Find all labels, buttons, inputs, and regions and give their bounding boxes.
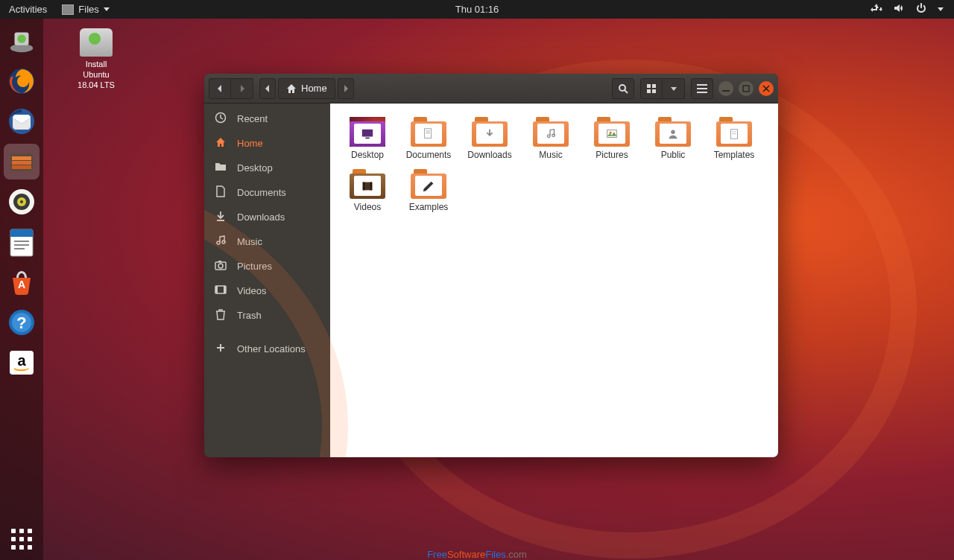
network-icon[interactable] xyxy=(871,2,882,16)
folder-label: Public xyxy=(643,150,703,160)
app-menu-button[interactable]: Files xyxy=(56,4,115,15)
app-menu-label: Files xyxy=(78,4,98,15)
view-options-button[interactable] xyxy=(663,78,685,99)
view-grid-button[interactable] xyxy=(640,78,663,99)
sidebar-item-label: Downloads xyxy=(237,211,285,223)
folder-icon xyxy=(472,117,508,147)
chevron-down-icon xyxy=(104,7,110,11)
back-button[interactable] xyxy=(209,78,231,99)
path-home-button[interactable]: Home xyxy=(278,78,335,99)
folder-pictures[interactable]: Pictures xyxy=(582,114,642,163)
dock-app-help[interactable]: ? xyxy=(4,305,40,340)
folder-videos[interactable]: Videos xyxy=(338,166,397,215)
svg-rect-29 xyxy=(697,84,707,86)
clock-icon xyxy=(215,112,227,126)
hamburger-menu-button[interactable] xyxy=(691,78,713,99)
svg-rect-26 xyxy=(652,84,656,88)
dock: A ? a xyxy=(0,19,43,560)
volume-icon[interactable] xyxy=(893,2,905,16)
clock[interactable]: Thu 01:16 xyxy=(455,4,499,15)
folder-icon xyxy=(350,169,385,199)
folder-examples[interactable]: Examples xyxy=(399,166,458,215)
folder-icon xyxy=(350,117,385,147)
dock-app-firefox[interactable] xyxy=(4,63,40,99)
dock-app-writer[interactable] xyxy=(4,224,40,260)
sidebar-item-label: Documents xyxy=(237,187,286,198)
svg-point-48 xyxy=(671,130,675,133)
sidebar-item-home[interactable]: Home xyxy=(204,131,330,156)
top-panel: Activities Files Thu 01:16 xyxy=(0,0,954,19)
folder-documents[interactable]: Documents xyxy=(399,114,458,163)
files-headerbar: Home xyxy=(204,74,778,104)
activities-button[interactable]: Activities xyxy=(0,4,56,15)
svg-text:a: a xyxy=(17,352,26,369)
desktop-icon-install-ubuntu[interactable]: Install Ubuntu 18.04 LTS xyxy=(70,28,122,90)
home-icon xyxy=(286,83,297,94)
svg-rect-15 xyxy=(14,241,29,242)
home-icon xyxy=(215,136,227,150)
window-maximize-button[interactable] xyxy=(739,81,754,96)
folder-public[interactable]: Public xyxy=(643,114,703,163)
svg-rect-54 xyxy=(370,182,373,190)
installer-icon xyxy=(80,28,113,57)
watermark: FreeSoftwareFiles.com xyxy=(427,549,527,560)
sidebar-item-documents[interactable]: Documents xyxy=(204,180,330,205)
svg-point-2 xyxy=(17,34,25,42)
window-minimize-button[interactable] xyxy=(718,81,733,96)
dock-app-files[interactable] xyxy=(4,144,40,179)
dock-app-thunderbird[interactable] xyxy=(4,104,40,139)
folder-icon xyxy=(533,117,569,147)
svg-rect-16 xyxy=(14,244,29,246)
files-app-icon xyxy=(62,4,74,15)
folder-icon xyxy=(411,169,446,199)
svg-rect-28 xyxy=(652,89,656,93)
desktop-icon-label: Install Ubuntu 18.04 LTS xyxy=(70,60,122,90)
folder-templates[interactable]: Templates xyxy=(704,114,764,163)
forward-button[interactable] xyxy=(231,78,253,99)
sidebar-item-desktop[interactable]: Desktop xyxy=(204,156,330,180)
window-close-button[interactable] xyxy=(759,81,774,96)
files-window: Home RecentHomeDesktopDocumentsDownloads… xyxy=(204,74,778,457)
system-menu-chevron-icon[interactable] xyxy=(938,7,944,11)
sidebar-item-label: Home xyxy=(237,138,263,149)
svg-rect-7 xyxy=(12,161,31,165)
path-next-button[interactable] xyxy=(338,78,354,99)
folder-icon xyxy=(716,117,752,147)
svg-point-12 xyxy=(20,200,23,203)
hamburger-icon xyxy=(697,84,707,93)
search-button[interactable] xyxy=(612,78,634,99)
folder-downloads[interactable]: Downloads xyxy=(460,114,519,163)
svg-text:A: A xyxy=(18,279,25,290)
folder-label: Music xyxy=(521,150,581,160)
folder-label: Templates xyxy=(704,150,764,160)
dock-app-rhythmbox[interactable] xyxy=(4,184,40,220)
svg-rect-44 xyxy=(426,130,429,131)
svg-rect-50 xyxy=(732,131,736,132)
folder-label: Pictures xyxy=(582,150,642,160)
svg-rect-6 xyxy=(12,156,31,160)
power-icon[interactable] xyxy=(915,2,927,16)
folder-label: Videos xyxy=(338,202,397,212)
folder-desktop[interactable]: Desktop xyxy=(338,114,397,163)
sidebar-item-recent[interactable]: Recent xyxy=(204,106,330,131)
doc-icon xyxy=(215,185,227,200)
folder-label: Examples xyxy=(399,202,458,212)
sidebar-item-label: Recent xyxy=(237,113,268,124)
svg-rect-31 xyxy=(697,92,707,93)
files-content[interactable]: DesktopDocumentsDownloadsMusicPicturesPu… xyxy=(330,104,778,457)
dock-app-software[interactable]: A xyxy=(4,264,40,300)
show-applications-button[interactable] xyxy=(11,529,32,550)
folder-icon xyxy=(655,117,691,147)
path-root-button[interactable] xyxy=(259,78,276,99)
svg-rect-17 xyxy=(14,248,25,249)
dock-app-amazon[interactable]: a xyxy=(4,345,40,381)
svg-rect-45 xyxy=(426,133,429,133)
svg-rect-51 xyxy=(732,133,736,134)
svg-rect-32 xyxy=(722,90,730,92)
folder-music[interactable]: Music xyxy=(521,114,581,163)
folder-label: Documents xyxy=(399,150,458,160)
search-icon xyxy=(618,83,628,94)
dock-app-installer[interactable] xyxy=(4,23,40,59)
path-label: Home xyxy=(301,83,327,94)
folder-icon xyxy=(411,117,446,147)
